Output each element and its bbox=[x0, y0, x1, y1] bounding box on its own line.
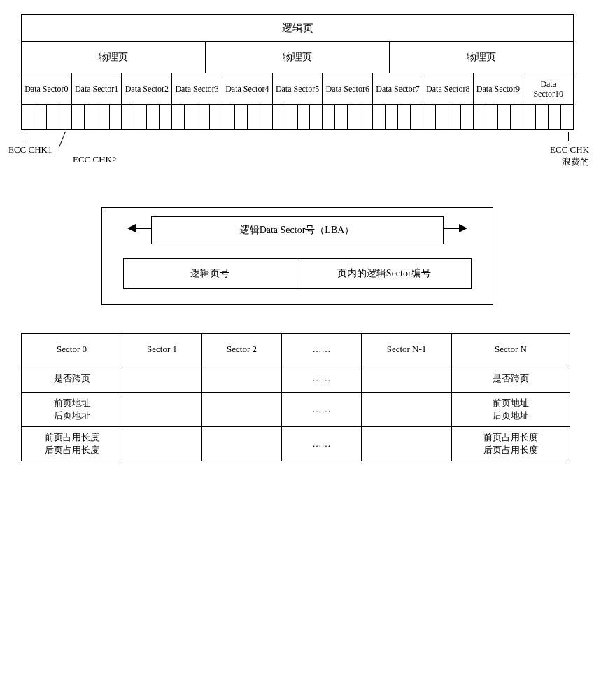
sector-table-header-row: Sector 0 Sector 1 Sector 2 …… Sector N-1… bbox=[21, 333, 574, 365]
logical-page-row: 逻辑页 bbox=[21, 14, 574, 42]
data-sector-9: Data Sector9 bbox=[473, 73, 524, 105]
ecc-chunks-row bbox=[21, 104, 574, 130]
cross-page-cell-ellipsis: …… bbox=[281, 365, 362, 393]
ecc-slice bbox=[285, 104, 297, 130]
ecc-tick-2 bbox=[58, 132, 66, 148]
ecc-slice bbox=[272, 104, 285, 130]
data-sector-8: Data Sector8 bbox=[423, 73, 474, 105]
ecc-slice bbox=[497, 104, 510, 130]
ecc-tick-1 bbox=[27, 132, 27, 141]
cross-page-cell-0: 是否跨页 bbox=[21, 365, 122, 393]
ecc-slice bbox=[334, 104, 347, 130]
ecc-chk2-label: ECC CHK2 bbox=[73, 154, 116, 165]
ecc-slice bbox=[510, 104, 523, 130]
ecc-slice bbox=[197, 104, 209, 130]
lba-box: 逻辑Data Sector号（LBA） bbox=[151, 216, 444, 244]
ecc-chunk bbox=[121, 104, 172, 130]
cross-page-cell-2 bbox=[201, 365, 282, 393]
ecc-tick-last bbox=[568, 132, 569, 141]
data-sector-2: Data Sector2 bbox=[121, 73, 172, 105]
ecc-slice bbox=[535, 104, 548, 130]
page-layout-diagram: 逻辑页 物理页 物理页 物理页 Data Sector0 Data Sector… bbox=[21, 14, 574, 181]
ecc-chk1-label: ECC CHK1 bbox=[8, 144, 52, 155]
page-length-cell-1 bbox=[122, 426, 202, 461]
logical-page-number-label: 逻辑页号 bbox=[123, 258, 298, 289]
sector-header-n: Sector N bbox=[451, 333, 570, 365]
data-sector-3: Data Sector3 bbox=[171, 73, 222, 105]
arrow-left-icon bbox=[127, 224, 136, 232]
ecc-slice bbox=[209, 104, 222, 130]
page-address-cell-1 bbox=[122, 392, 202, 427]
ecc-slice bbox=[523, 104, 535, 130]
ecc-chunk bbox=[322, 104, 373, 130]
ecc-slice bbox=[234, 104, 247, 130]
physical-page-0: 物理页 bbox=[21, 41, 206, 74]
sector-header-n-1: Sector N-1 bbox=[361, 333, 452, 365]
ecc-chunk bbox=[171, 104, 222, 130]
ecc-slice bbox=[397, 104, 410, 130]
intra-page-sector-number-label: 页内的逻辑Sector编号 bbox=[297, 258, 472, 289]
page-address-cell-ellipsis: …… bbox=[281, 392, 362, 427]
ecc-chunk bbox=[272, 104, 323, 130]
sector-header-ellipsis: …… bbox=[281, 333, 362, 365]
ecc-slice bbox=[297, 104, 310, 130]
data-sector-1: Data Sector1 bbox=[71, 73, 122, 105]
ecc-slice bbox=[222, 104, 234, 130]
ecc-slice bbox=[46, 104, 59, 130]
ecc-slice bbox=[360, 104, 373, 130]
data-sector-4: Data Sector4 bbox=[222, 73, 273, 105]
ecc-chunk bbox=[523, 104, 574, 130]
physical-page-2: 物理页 bbox=[389, 41, 574, 74]
data-sector-10: Data Sector10 bbox=[523, 73, 574, 105]
ecc-slice bbox=[372, 104, 385, 130]
ecc-chunk bbox=[423, 104, 474, 130]
ecc-slice bbox=[322, 104, 334, 130]
ecc-chunk bbox=[71, 104, 122, 130]
cross-page-cell-n-1 bbox=[361, 365, 452, 393]
page-address-cell-2 bbox=[201, 392, 282, 427]
page-length-cell-0: 前页占用长度后页占用长度 bbox=[21, 426, 122, 461]
ecc-slice bbox=[109, 104, 122, 130]
ecc-slice bbox=[159, 104, 172, 130]
ecc-slice bbox=[347, 104, 360, 130]
data-sector-5: Data Sector5 bbox=[272, 73, 323, 105]
ecc-slice bbox=[435, 104, 448, 130]
page-address-cell-n-1 bbox=[361, 392, 452, 427]
arrow-right-icon bbox=[459, 224, 467, 232]
ecc-chunk bbox=[222, 104, 273, 130]
cross-page-cell-1 bbox=[122, 365, 202, 393]
ecc-slice bbox=[309, 104, 323, 130]
ecc-slice bbox=[59, 104, 72, 130]
data-sectors-row: Data Sector0 Data Sector1 Data Sector2 D… bbox=[21, 73, 574, 105]
lba-split-row: 逻辑页号 页内的逻辑Sector编号 bbox=[123, 258, 472, 289]
ecc-slice bbox=[71, 104, 84, 130]
ecc-chunk bbox=[372, 104, 423, 130]
page-length-cell-2 bbox=[201, 426, 282, 461]
data-sector-0: Data Sector0 bbox=[21, 73, 72, 105]
ecc-slice bbox=[385, 104, 397, 130]
ecc-slice bbox=[460, 104, 474, 130]
ecc-slice bbox=[423, 104, 435, 130]
sector-header-1: Sector 1 bbox=[122, 333, 202, 365]
sector-metadata-table: Sector 0 Sector 1 Sector 2 …… Sector N-1… bbox=[21, 333, 574, 461]
page-length-cell-ellipsis: …… bbox=[281, 426, 362, 461]
ecc-slice bbox=[34, 104, 46, 130]
ecc-slice bbox=[171, 104, 184, 130]
logical-page-label: 逻辑页 bbox=[21, 14, 574, 42]
physical-page-1: 物理页 bbox=[205, 41, 390, 74]
ecc-slice bbox=[473, 104, 486, 130]
data-sector-6: Data Sector6 bbox=[322, 73, 373, 105]
page-length-row: 前页占用长度后页占用长度 …… 前页占用长度后页占用长度 bbox=[21, 426, 574, 461]
ecc-slice bbox=[486, 104, 498, 130]
cross-page-cell-n: 是否跨页 bbox=[451, 365, 570, 393]
lba-mapping-diagram: 逻辑Data Sector号（LBA） 逻辑页号 页内的逻辑Sector编号 bbox=[101, 207, 493, 305]
ecc-slice bbox=[410, 104, 423, 130]
ecc-chunk bbox=[473, 104, 524, 130]
ecc-slice bbox=[146, 104, 159, 130]
ecc-labels-row: ECC CHK1 ECC CHK2 ECC CHK浪费的 bbox=[21, 132, 574, 181]
ecc-slice bbox=[84, 104, 97, 130]
ecc-slice bbox=[121, 104, 134, 130]
page-address-row: 前页地址后页地址 …… 前页地址后页地址 bbox=[21, 392, 574, 427]
ecc-slice bbox=[97, 104, 109, 130]
sector-header-0: Sector 0 bbox=[21, 333, 122, 365]
